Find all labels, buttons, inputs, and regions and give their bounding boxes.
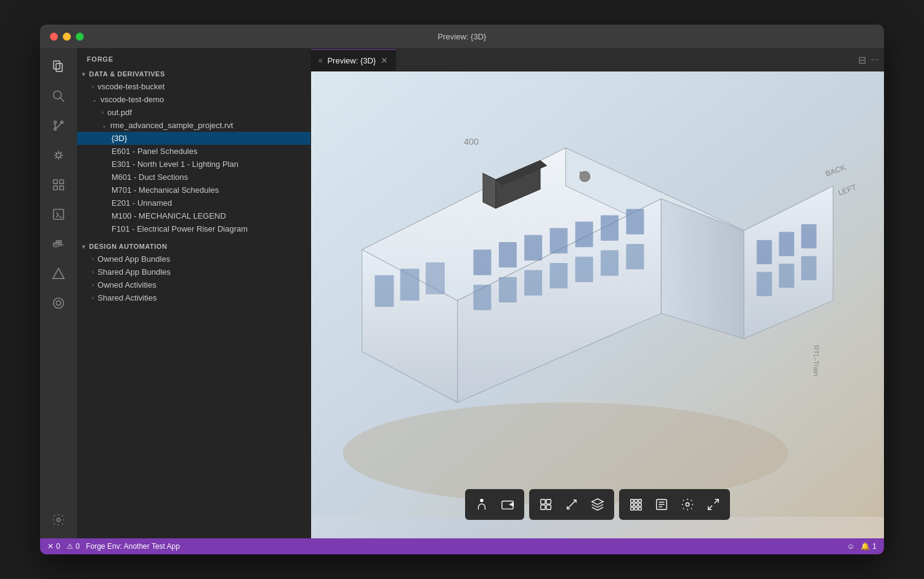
svg-rect-51 — [801, 224, 817, 248]
tree-item-e301[interactable]: E301 - North Level 1 - Lighting Plan — [77, 158, 310, 171]
svg-rect-33 — [400, 269, 419, 301]
forge-env-label[interactable]: Forge Env: Another Test App — [86, 542, 180, 551]
person-view-button[interactable] — [470, 493, 493, 516]
svg-rect-32 — [375, 275, 394, 307]
tab-bar: ≡ Preview: {3D} ✕ ⊟ ··· — [311, 48, 884, 71]
tree-item-shared-activities[interactable]: › Shared Activities — [77, 291, 310, 304]
tree-item-owned-activities[interactable]: › Owned Activities — [77, 278, 310, 291]
forge-icon[interactable] — [45, 260, 72, 287]
tree-item-rvt[interactable]: ⌄ rme_advanced_sample_project.rvt — [77, 119, 310, 132]
svg-rect-53 — [779, 264, 794, 288]
svg-rect-48 — [626, 244, 644, 269]
extensions-icon[interactable] — [45, 171, 72, 198]
tree-item-m601[interactable]: M601 - Duct Sections — [77, 171, 310, 184]
owned-bundles-label: Owned App Bundles — [97, 254, 170, 264]
chevron-right-icon: › — [92, 269, 94, 275]
f101-label: F101 - Electrical Power Riser Diagram — [111, 224, 248, 233]
model-tree-button[interactable] — [586, 493, 609, 516]
tree-item-owned-bundles[interactable]: › Owned App Bundles — [77, 253, 310, 265]
maximize-button[interactable] — [76, 33, 84, 41]
section-label-da: DESIGN AUTOMATION — [89, 243, 168, 250]
svg-rect-43 — [499, 277, 517, 302]
properties-button[interactable] — [650, 493, 673, 516]
debug-icon[interactable] — [45, 142, 72, 169]
m100-label: M100 - MECHANICAL LEGEND — [111, 211, 226, 221]
svg-rect-10 — [60, 180, 63, 184]
tree-item-f101[interactable]: F101 - Electrical Power Riser Diagram — [77, 222, 310, 235]
chevron-right-icon: › — [92, 83, 94, 90]
measure-button[interactable] — [560, 493, 583, 516]
svg-text:400: 400 — [464, 137, 479, 147]
close-button[interactable] — [50, 33, 58, 41]
notification-button[interactable]: 🔔 1 — [861, 542, 877, 551]
explode-button[interactable] — [534, 493, 557, 516]
tree-item-e201[interactable]: E201 - Unnamed — [77, 196, 310, 209]
docker-icon[interactable] — [45, 230, 72, 257]
tree-item-m701[interactable]: M701 - Mechanical Schedules — [77, 184, 310, 196]
main-area: FORGE ▾ DATA & DERIVATIVES › vscode-test… — [40, 48, 884, 538]
split-editor-icon[interactable]: ⊟ — [858, 54, 866, 65]
more-actions-icon[interactable]: ··· — [871, 54, 879, 65]
tree-item-m100[interactable]: M100 - MECHANICAL LEGEND — [77, 209, 310, 222]
tree-item-demo[interactable]: ⌄ vscode-test-demo — [77, 93, 310, 106]
svg-point-21 — [54, 298, 64, 309]
settings-viewer-button[interactable] — [676, 493, 699, 516]
chevron-right-icon: › — [102, 109, 103, 116]
bell-icon: 🔔 — [861, 542, 870, 551]
section-design-automation[interactable]: ▾ DESIGN AUTOMATION — [77, 240, 310, 253]
svg-point-22 — [56, 301, 60, 305]
shared-activities-label: Shared Activities — [97, 293, 156, 302]
svg-rect-85 — [639, 508, 642, 511]
tree-item-e601[interactable]: E601 - Panel Schedules — [77, 145, 310, 158]
error-icon: ✕ — [47, 542, 54, 551]
svg-rect-46 — [575, 257, 593, 282]
svg-rect-84 — [634, 508, 638, 511]
activity-bar-bottom — [45, 506, 72, 538]
bucket-label: vscode-test-bucket — [97, 82, 164, 91]
autodesk-icon[interactable] — [45, 290, 72, 317]
svg-rect-37 — [524, 235, 542, 261]
sidebar-content: ▾ DATA & DERIVATIVES › vscode-test-bucke… — [77, 68, 310, 538]
terminal-icon[interactable] — [45, 201, 72, 228]
toolbar-group-navigation — [465, 489, 524, 520]
tree-item-pdf[interactable]: › out.pdf — [77, 106, 310, 119]
tree-item-shared-bundles[interactable]: › Shared App Bundles — [77, 265, 310, 278]
minimize-button[interactable] — [63, 33, 71, 41]
chevron-down-icon: ▾ — [82, 71, 86, 78]
chevron-down-icon: ▾ — [82, 243, 86, 250]
svg-rect-34 — [426, 262, 445, 294]
fullscreen-button[interactable] — [702, 493, 725, 516]
status-errors[interactable]: ✕ 0 — [47, 542, 60, 551]
toolbar-group-view — [619, 489, 730, 520]
tab-close-button[interactable]: ✕ — [381, 56, 388, 65]
face-button[interactable]: ☺ — [847, 542, 854, 551]
demo-label: vscode-test-demo — [100, 95, 164, 104]
toolbar-group-tools — [529, 489, 614, 520]
svg-rect-81 — [634, 503, 638, 506]
files-icon[interactable] — [45, 53, 72, 80]
svg-point-58 — [580, 171, 590, 182]
status-left: ✕ 0 ⚠ 0 Forge Env: Another Test App — [47, 542, 180, 551]
search-icon[interactable] — [45, 83, 72, 110]
settings-icon[interactable] — [45, 506, 72, 533]
e301-label: E301 - North Level 1 - Lighting Plan — [111, 160, 238, 169]
svg-rect-68 — [541, 500, 545, 504]
sidebar-header: FORGE — [77, 48, 310, 68]
svg-rect-54 — [801, 256, 817, 280]
tab-preview-3d[interactable]: ≡ Preview: {3D} ✕ — [311, 49, 396, 71]
tree-item-3d[interactable]: {3D} — [77, 132, 310, 145]
status-warnings[interactable]: ⚠ 0 — [67, 542, 80, 551]
camera-button[interactable] — [496, 493, 519, 516]
structure-button[interactable] — [624, 493, 647, 516]
section-label-data: DATA & DERIVATIVES — [89, 70, 165, 78]
viewer-toolbar — [465, 489, 730, 520]
notification-count: 1 — [872, 542, 877, 551]
svg-line-92 — [708, 506, 712, 509]
source-control-icon[interactable] — [45, 112, 72, 139]
svg-rect-80 — [631, 503, 634, 506]
tree-item-bucket[interactable]: › vscode-test-bucket — [77, 80, 310, 93]
3d-viewer[interactable]: BACK LEFT 400 RTL-Train — [311, 71, 884, 538]
warning-icon: ⚠ — [67, 542, 73, 551]
status-bar: ✕ 0 ⚠ 0 Forge Env: Another Test App ☺ 🔔 … — [40, 538, 884, 554]
section-data-derivatives[interactable]: ▾ DATA & DERIVATIVES — [77, 68, 310, 80]
